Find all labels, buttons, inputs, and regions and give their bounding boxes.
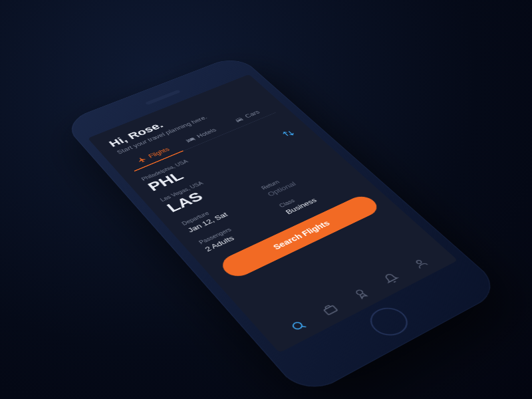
nav-deals[interactable] <box>350 286 372 302</box>
bottom-nav <box>272 246 440 339</box>
nav-trips[interactable] <box>319 301 342 318</box>
nav-search[interactable] <box>287 317 310 334</box>
home-button[interactable] <box>363 303 415 341</box>
phone-frame: Hi, Rose. Start your travel planning her… <box>62 55 505 398</box>
tab-cars-label: Cars <box>243 109 261 119</box>
tab-hotels-label: Hotels <box>196 127 218 139</box>
nav-profile[interactable] <box>409 256 431 271</box>
nav-alerts[interactable] <box>380 271 402 287</box>
app-screen: Hi, Rose. Start your travel planning her… <box>88 74 458 353</box>
svg-point-0 <box>292 321 304 331</box>
svg-point-3 <box>416 260 422 265</box>
car-icon <box>233 116 245 123</box>
svg-point-2 <box>355 289 364 295</box>
bed-icon <box>185 136 197 144</box>
plane-icon <box>136 156 148 164</box>
tab-flights-label: Flights <box>147 146 171 159</box>
